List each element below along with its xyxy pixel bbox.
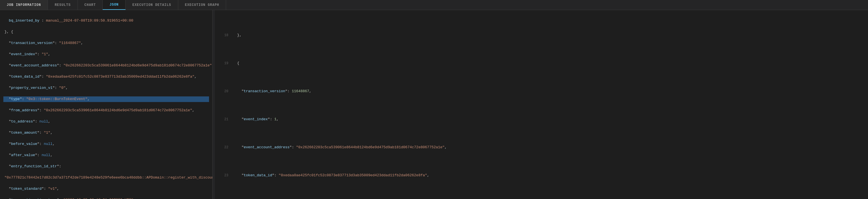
right-line-23: 23 "token_data_id": "0xedaa0ae425fc01fc5… [215, 173, 868, 178]
tab-results[interactable]: RESULTS [48, 0, 78, 10]
line-number-20: 20 [217, 89, 228, 94]
left-line-12: "before_value": null, [3, 141, 209, 147]
tab-execution-graph[interactable]: EXECUTION GRAPH [178, 0, 226, 10]
left-panel[interactable]: bq_inserted_by : manual__2024-07-08T19:0… [0, 10, 213, 199]
left-line-7: "property_version_v1": "0", [3, 85, 209, 91]
left-line-8: "type": "0x3::token::BurnTokenEvent", [3, 96, 209, 102]
line-number-21: 21 [217, 117, 228, 122]
right-line-22: 22 "event_account_address": "0x262662203… [215, 145, 868, 150]
left-line-15: "0x777821c78442e17d82c3d7a371f42de7189e4… [3, 175, 209, 180]
line-content-19: { [233, 60, 866, 66]
right-line-21: 21 "event_index": 1, [215, 117, 868, 122]
tab-bar: JOB INFORMATION RESULTS CHART JSON EXECU… [0, 0, 868, 10]
tab-execution-details[interactable]: EXECUTION DETAILS [126, 0, 178, 10]
left-line-17: "transaction_timestamp": "2022-10-25 00:… [3, 197, 209, 199]
left-line-14: "entry_function_id_str": [3, 164, 209, 169]
left-line-16: "token_standard": "v1", [3, 186, 209, 192]
left-line-5: "event_account_address": "0x262662203c5c… [3, 63, 209, 68]
tab-json[interactable]: JSON [103, 0, 126, 10]
line-content-20: "transaction_version": 11648867, [233, 89, 866, 94]
line-number-23: 23 [217, 173, 228, 178]
left-line-4: "event_index": "1", [3, 52, 209, 57]
left-line-3: "transaction_version": "11648867", [3, 40, 209, 46]
left-line-6: "token_data_id": "0xedaa0ae425fc01fc52c0… [3, 74, 209, 80]
line-number-22: 22 [217, 145, 228, 150]
line-number-19: 19 [217, 60, 228, 66]
line-number-18: 18 [217, 32, 228, 38]
tab-job-information[interactable]: JOB INFORMATION [0, 0, 48, 10]
line-content-22: "event_account_address": "0x262662203c5c… [233, 145, 866, 150]
right-line-20: 20 "transaction_version": 11648867, [215, 89, 868, 94]
right-code-block: 18 }, 19 { 20 "transaction_version": 116… [215, 10, 868, 199]
left-line-11: "token_amount": "1", [3, 130, 209, 136]
main-content: bq_inserted_by : manual__2024-07-08T19:0… [0, 10, 868, 199]
line-content-21: "event_index": 1, [233, 117, 866, 122]
left-line-9: "from_address": "0x262662203c5ca539061e8… [3, 108, 209, 113]
left-line-2: }, { [3, 29, 209, 35]
line-content-18: }, [233, 32, 866, 38]
left-line-13: "after_value": null, [3, 152, 209, 158]
left-line-10: "to_address": null, [3, 119, 209, 124]
line-content-23: "token_data_id": "0xedaa0ae425fc01fc52c0… [233, 173, 866, 178]
panel-divider[interactable] [213, 10, 215, 199]
left-line-1: bq_inserted_by : manual__2024-07-08T19:0… [3, 18, 209, 24]
right-line-19: 19 { [215, 60, 868, 66]
right-line-18: 18 }, [215, 32, 868, 38]
tab-chart[interactable]: CHART [78, 0, 103, 10]
left-code-block: bq_inserted_by : manual__2024-07-08T19:0… [0, 11, 212, 199]
right-panel[interactable]: 18 }, 19 { 20 "transaction_version": 116… [215, 10, 868, 199]
